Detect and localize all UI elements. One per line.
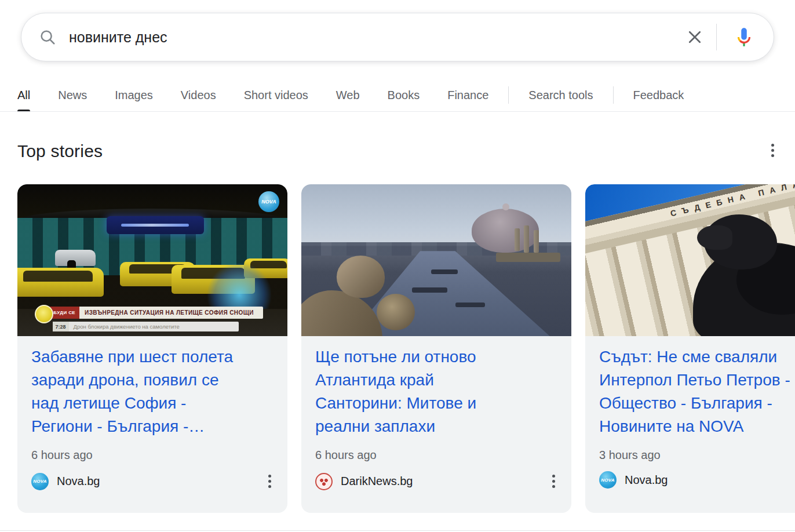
source-name[interactable]: DarikNews.bg — [341, 475, 413, 488]
tab-finance[interactable]: Finance — [447, 79, 488, 111]
search-icon — [39, 28, 56, 46]
search-tools-button[interactable]: Search tools — [528, 79, 593, 111]
title-line: над летище София - — [31, 392, 273, 415]
title-line: Атлантида край — [315, 369, 557, 392]
tab-short-videos[interactable]: Short videos — [244, 79, 308, 111]
story-card-court[interactable]: СЪДЕБНА ПАЛАТА Съдът: Не сме сваляли Инт… — [585, 184, 795, 513]
title-line: Новините на NOVA — [599, 415, 795, 438]
nova-favicon: NOVA — [599, 471, 617, 489]
tv-caption-bar: СЪБУДИ СЕ ИЗВЪНРЕДНА СИТУАЦИЯ НА ЛЕТИЩЕ … — [42, 307, 263, 319]
title-line: Интерпол Петьо Петров - — [599, 369, 795, 392]
tab-divider — [613, 86, 614, 104]
search-bar[interactable] — [21, 13, 774, 61]
tab-videos[interactable]: Videos — [181, 79, 216, 111]
story-title-link[interactable]: Съдът: Не сме сваляли Интерпол Петьо Пет… — [599, 345, 795, 438]
kebab-icon — [771, 144, 774, 147]
story-timestamp: 6 hours ago — [31, 449, 273, 462]
search-input[interactable] — [69, 29, 673, 46]
tab-web[interactable]: Web — [336, 79, 360, 111]
section-divider — [0, 530, 795, 531]
title-line: реални заплахи — [315, 415, 557, 438]
search-results-page: All News Images Videos Short videos Web … — [0, 0, 795, 532]
nova-channel-logo: NOVA — [258, 191, 279, 212]
top-stories-heading: Top stories — [17, 141, 103, 161]
title-line: Ще потъне ли отново — [315, 345, 557, 369]
story-title-link[interactable]: Ще потъне ли отново Атлантида край Санто… — [315, 345, 557, 438]
story-source-row: NOVA Nova.bg — [31, 471, 273, 491]
tab-books[interactable]: Books — [388, 79, 420, 111]
nova-favicon: NOVA — [31, 473, 49, 490]
title-line: Забавяне при шест полета — [31, 345, 273, 369]
story-image-court[interactable]: СЪДЕБНА ПАЛАТА — [585, 184, 795, 336]
story-timestamp: 3 hours ago — [599, 449, 795, 462]
tab-images[interactable]: Images — [115, 79, 153, 111]
story-source-row: DarikNews.bg — [315, 471, 557, 491]
title-line: Санторини: Митове и — [315, 392, 557, 415]
title-line: Общество - България - — [599, 392, 795, 415]
close-icon — [686, 28, 703, 46]
top-stories-menu-button[interactable] — [768, 140, 778, 161]
microphone-icon — [733, 26, 755, 48]
title-line: Съдът: Не сме сваляли — [599, 345, 795, 369]
result-type-tabs: All News Images Videos Short videos Web … — [17, 79, 795, 111]
title-line: заради дрона, появил се — [31, 369, 273, 392]
story-source-row: NOVA Nova.bg — [599, 471, 795, 489]
story-menu-button[interactable] — [549, 471, 559, 491]
feedback-link[interactable]: Feedback — [633, 79, 684, 111]
title-line: Региони - България -… — [31, 415, 273, 438]
source-name[interactable]: Nova.bg — [625, 473, 668, 487]
story-title-link[interactable]: Забавяне при шест полета заради дрона, п… — [31, 345, 273, 438]
tv-subcaption-bar: 7:28 Дрон блокира движението на самолети… — [53, 322, 239, 331]
clear-search-button[interactable] — [673, 28, 716, 46]
story-menu-button[interactable] — [265, 471, 275, 491]
tab-news[interactable]: News — [58, 79, 87, 111]
story-image-atlantis[interactable] — [301, 184, 571, 336]
header-divider — [0, 111, 795, 112]
story-card-atlantis[interactable]: Ще потъне ли отново Атлантида край Санто… — [301, 184, 571, 513]
top-stories-carousel: NOVA СЪБУДИ СЕ ИЗВЪНРЕДНА СИТУАЦИЯ НА ЛЕ… — [17, 184, 795, 513]
tab-all[interactable]: All — [17, 79, 30, 111]
dariknews-favicon — [315, 473, 333, 490]
voice-search-button[interactable] — [717, 26, 774, 48]
story-timestamp: 6 hours ago — [315, 449, 557, 462]
story-card-airport[interactable]: NOVA СЪБУДИ СЕ ИЗВЪНРЕДНА СИТУАЦИЯ НА ЛЕ… — [17, 184, 287, 513]
tab-divider — [508, 86, 509, 104]
story-image-airport[interactable]: NOVA СЪБУДИ СЕ ИЗВЪНРЕДНА СИТУАЦИЯ НА ЛЕ… — [17, 184, 287, 336]
source-name[interactable]: Nova.bg — [57, 475, 100, 488]
